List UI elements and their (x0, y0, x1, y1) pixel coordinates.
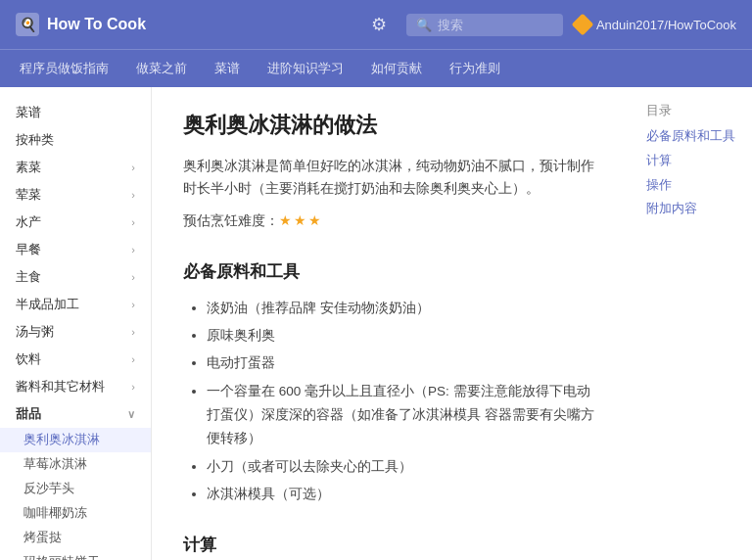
sidebar-item-荤菜[interactable]: 荤菜› (0, 181, 151, 209)
user-avatar-diamond (572, 14, 594, 36)
sidebar-item-酱料[interactable]: 酱料和其它材料› (0, 373, 151, 400)
toc-item-2[interactable]: 操作 (646, 176, 740, 195)
article-title: 奥利奥冰淇淋的做法 (183, 111, 603, 140)
chevron-icon: › (131, 326, 135, 338)
sidebar-item-饮料[interactable]: 饮料› (0, 346, 151, 373)
toc-title: 目录 (646, 103, 740, 119)
sidebar-item-素菜[interactable]: 素菜› (0, 154, 151, 181)
settings-icon[interactable]: ⚙ (371, 14, 387, 35)
sidebar-item-早餐[interactable]: 早餐› (0, 236, 151, 263)
sidebar-item-甜品[interactable]: 甜品∨ (0, 400, 151, 428)
sidebar-item-按种类[interactable]: 按种类 (0, 126, 151, 154)
chevron-icon: › (131, 271, 135, 283)
site-title: How To Cook (47, 16, 146, 33)
sidebar: 菜谱 按种类 素菜› 荤菜› 水产› 早餐› 主食› 半成品加工› 汤与粥› 饮… (0, 87, 152, 560)
sidebar-sub-奥利奥冰淇淋[interactable]: 奥利奥冰淇淋 (0, 428, 151, 452)
sidebar-sub-玛格丽特饼干[interactable]: 玛格丽特饼干 (0, 550, 151, 560)
nav-item-0[interactable]: 程序员做饭指南 (16, 50, 113, 87)
difficulty-stars: ★★★ (279, 213, 323, 228)
difficulty-label: 预估烹饪难度： (183, 213, 279, 228)
sidebar-sub-烤蛋挞[interactable]: 烤蛋挞 (0, 526, 151, 550)
difficulty-line: 预估烹饪难度：★★★ (183, 210, 603, 233)
header: 🍳 How To Cook ⚙ 🔍 Anduin2017/HowToCook (0, 0, 752, 49)
sidebar-item-汤与粥[interactable]: 汤与粥› (0, 318, 151, 346)
list-item: 小刀（或者可以去除夹心的工具） (207, 455, 603, 479)
list-item: 冰淇淋模具（可选） (207, 483, 603, 506)
sidebar-item-水产[interactable]: 水产› (0, 209, 151, 236)
sidebar-item-半成品加工[interactable]: 半成品加工› (0, 291, 151, 318)
nav-item-4[interactable]: 如何贡献 (367, 50, 426, 87)
article-content: 奥利奥冰淇淋的做法 奥利奥冰淇淋是简单但好吃的冰淇淋，纯动物奶油不腻口，预计制作… (152, 87, 634, 560)
chevron-icon: › (131, 353, 135, 365)
list-item: 淡奶油（推荐品牌 安佳动物淡奶油） (207, 297, 603, 320)
nav-item-2[interactable]: 菜谱 (211, 50, 244, 87)
user-label: Anduin2017/HowToCook (596, 18, 736, 32)
chevron-icon: › (131, 299, 135, 310)
toc-item-0[interactable]: 必备原料和工具 (646, 127, 740, 146)
chevron-icon: › (131, 189, 135, 201)
toc-item-3[interactable]: 附加内容 (646, 200, 740, 218)
main-layout: 菜谱 按种类 素菜› 荤菜› 水产› 早餐› 主食› 半成品加工› 汤与粥› 饮… (0, 87, 752, 560)
sidebar-sub-咖啡椰奶冻[interactable]: 咖啡椰奶冻 (0, 501, 151, 526)
chevron-icon: › (131, 162, 135, 173)
logo[interactable]: 🍳 How To Cook (16, 13, 146, 36)
search-input[interactable] (438, 18, 553, 32)
nav-item-1[interactable]: 做菜之前 (132, 50, 191, 87)
search-icon: 🔍 (416, 18, 432, 32)
chevron-icon: › (131, 216, 135, 228)
chevron-icon: › (131, 381, 135, 393)
search-bar[interactable]: 🔍 (406, 14, 563, 36)
toc-sidebar: 目录 必备原料和工具 计算 操作 附加内容 (634, 87, 752, 560)
nav-item-3[interactable]: 进阶知识学习 (263, 50, 348, 87)
article-description: 奥利奥冰淇淋是简单但好吃的冰淇淋，纯动物奶油不腻口，预计制作时长半小时（主要消耗… (183, 156, 603, 201)
top-nav: 程序员做饭指南 做菜之前 菜谱 进阶知识学习 如何贡献 行为准则 (0, 49, 752, 87)
list-item: 原味奥利奥 (207, 324, 603, 348)
nav-item-5[interactable]: 行为准则 (446, 50, 504, 87)
sidebar-sub-草莓冰淇淋[interactable]: 草莓冰淇淋 (0, 452, 151, 477)
sidebar-item-主食[interactable]: 主食› (0, 263, 151, 291)
list-item: 电动打蛋器 (207, 351, 603, 375)
ingredients-list: 淡奶油（推荐品牌 安佳动物淡奶油） 原味奥利奥 电动打蛋器 一个容量在 600 … (183, 297, 603, 506)
list-item: 一个容量在 600 毫升以上且直径小（PS: 需要注意能放得下电动打蛋仪）深度深… (207, 380, 603, 451)
toc-item-1[interactable]: 计算 (646, 152, 740, 170)
chevron-down-icon: ∨ (127, 408, 135, 421)
section-calculation-title: 计算 (183, 534, 603, 556)
logo-icon: 🍳 (16, 13, 39, 36)
section-ingredients-title: 必备原料和工具 (183, 260, 603, 283)
chevron-icon: › (131, 244, 135, 256)
sidebar-sub-反沙芋头[interactable]: 反沙芋头 (0, 477, 151, 501)
user-profile[interactable]: Anduin2017/HowToCook (575, 17, 736, 32)
sidebar-item-菜谱[interactable]: 菜谱 (0, 99, 151, 126)
